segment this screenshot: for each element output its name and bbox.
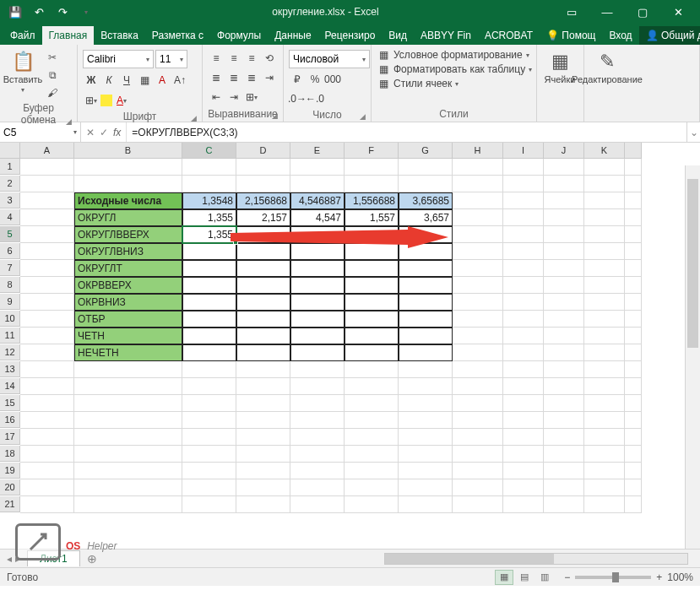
cell[interactable]	[625, 243, 642, 260]
tab-review[interactable]: Рецензиро	[318, 26, 383, 45]
cell[interactable]	[544, 395, 584, 412]
cell[interactable]: ОТБР	[74, 311, 182, 328]
cell[interactable]	[503, 226, 544, 243]
cell[interactable]	[503, 159, 544, 176]
tab-data[interactable]: Данные	[268, 26, 317, 45]
cell[interactable]	[20, 243, 74, 260]
cell[interactable]	[503, 463, 544, 479]
cell[interactable]	[236, 412, 290, 429]
cell[interactable]	[453, 328, 503, 344]
cell[interactable]	[503, 328, 544, 344]
cell[interactable]	[453, 344, 503, 361]
sheet-nav-prev-icon[interactable]: ◂	[7, 553, 12, 565]
cell[interactable]	[453, 176, 503, 192]
cell[interactable]	[503, 192, 544, 209]
cell[interactable]	[625, 378, 642, 395]
cell[interactable]	[453, 243, 503, 260]
cell[interactable]	[399, 446, 453, 463]
cell[interactable]	[584, 226, 625, 243]
cell[interactable]	[20, 328, 74, 344]
ribbon-options-icon[interactable]: ▭	[555, 3, 589, 21]
cell[interactable]	[453, 192, 503, 209]
copy-icon[interactable]: ⧉	[44, 68, 61, 83]
cell[interactable]: ОКРУГЛ	[74, 209, 182, 226]
cell[interactable]	[74, 395, 182, 412]
tab-home[interactable]: Главная	[42, 26, 95, 45]
cell[interactable]: 1,355	[182, 226, 236, 243]
cell[interactable]	[584, 429, 625, 446]
cell[interactable]	[290, 395, 345, 412]
cell[interactable]: 1,3548	[182, 192, 236, 209]
cell[interactable]	[584, 412, 625, 429]
sheet-tab[interactable]: Лист1	[27, 550, 80, 566]
font-name-select[interactable]: Calibri▾	[83, 50, 154, 68]
underline-button[interactable]: Ч	[118, 72, 135, 89]
row-header[interactable]: 11	[0, 328, 20, 344]
cell[interactable]	[399, 361, 453, 378]
cell[interactable]	[345, 328, 399, 344]
cell[interactable]: 4,547	[290, 209, 345, 226]
cell[interactable]	[182, 294, 236, 311]
cell[interactable]	[453, 209, 503, 226]
tab-acrobat[interactable]: ACROBAT	[478, 26, 540, 45]
column-header[interactable]: E	[290, 143, 345, 159]
cell[interactable]	[453, 294, 503, 311]
cell[interactable]	[453, 226, 503, 243]
cell[interactable]	[399, 395, 453, 412]
cell[interactable]	[399, 429, 453, 446]
cell[interactable]	[290, 226, 345, 243]
cell[interactable]	[20, 429, 74, 446]
align-middle-icon[interactable]: ≡	[225, 50, 242, 67]
cell[interactable]	[20, 277, 74, 294]
cell[interactable]	[345, 412, 399, 429]
cell[interactable]	[399, 226, 453, 243]
cell[interactable]	[182, 277, 236, 294]
cell[interactable]	[625, 176, 642, 192]
cell[interactable]	[584, 176, 625, 192]
cell[interactable]	[503, 446, 544, 463]
cell[interactable]	[399, 311, 453, 328]
spreadsheet-grid[interactable]: ABCDEFGHIJK123Исходные числа1,35482,1568…	[0, 143, 700, 565]
cell[interactable]	[625, 226, 642, 243]
cell[interactable]	[625, 463, 642, 479]
cell[interactable]	[399, 378, 453, 395]
font-size-select[interactable]: 11▾	[155, 50, 187, 68]
save-icon[interactable]: 💾	[5, 3, 25, 21]
cell[interactable]	[584, 479, 625, 496]
cell[interactable]	[399, 243, 453, 260]
cell[interactable]	[182, 496, 236, 513]
cell[interactable]	[20, 496, 74, 513]
cell[interactable]	[20, 209, 74, 226]
cell[interactable]	[625, 496, 642, 513]
cell[interactable]	[399, 294, 453, 311]
cell[interactable]	[625, 412, 642, 429]
cell[interactable]	[584, 395, 625, 412]
expand-formula-bar-icon[interactable]: ⌄	[686, 122, 700, 142]
row-header[interactable]: 3	[0, 192, 20, 208]
formula-input[interactable]: =ОКРУГЛВВЕРХ(C3;3)	[126, 122, 686, 142]
launcher-icon[interactable]: ◢	[272, 111, 278, 120]
border-button[interactable]: ▦	[136, 72, 153, 89]
cell[interactable]	[290, 463, 345, 479]
cell[interactable]	[584, 311, 625, 328]
cell[interactable]: 2,157	[236, 209, 290, 226]
cut-icon[interactable]: ✂	[44, 50, 61, 65]
launcher-icon[interactable]: ◢	[66, 117, 72, 126]
tab-insert[interactable]: Вставка	[94, 26, 145, 45]
cell[interactable]: ОКРУГЛВВЕРХ	[74, 226, 182, 243]
cell[interactable]	[584, 243, 625, 260]
cell[interactable]	[544, 209, 584, 226]
cell[interactable]	[503, 496, 544, 513]
column-header[interactable]: F	[345, 143, 399, 159]
increase-decimal-icon[interactable]: .0→	[289, 90, 306, 107]
cell[interactable]	[290, 311, 345, 328]
cell[interactable]	[625, 294, 642, 311]
launcher-icon[interactable]: ◢	[360, 112, 366, 121]
cell[interactable]	[544, 328, 584, 344]
cell[interactable]	[20, 395, 74, 412]
cell[interactable]	[345, 378, 399, 395]
row-header[interactable]: 15	[0, 395, 20, 411]
cell[interactable]	[544, 463, 584, 479]
cell[interactable]	[503, 361, 544, 378]
cell[interactable]	[584, 463, 625, 479]
